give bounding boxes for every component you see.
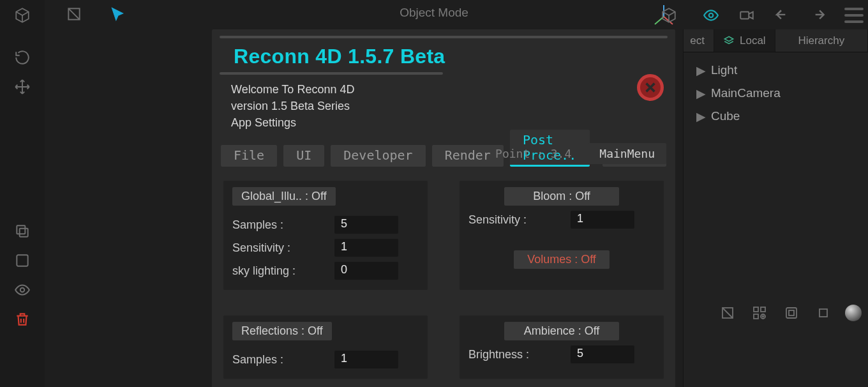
ambience-toggle[interactable]: Ambience : Off [504,322,619,340]
hierarchy-item-cube[interactable]: ▶Cube [696,105,868,128]
modal-title: Reconn 4D 1.5.7 Beta [234,45,668,68]
global-illumination-toggle[interactable]: Global_Illu.. : Off [232,187,336,206]
rect-icon[interactable] [12,250,33,271]
gi-sky-value[interactable]: 0 [334,262,398,280]
tab-local[interactable]: Local [714,29,775,52]
wire-cube-icon[interactable] [659,5,679,26]
hierarchy-item-light[interactable]: ▶Light [696,59,868,82]
viewport-shading-icons [717,303,862,323]
reflections-samples-value[interactable]: 1 [334,351,398,368]
copy-icon[interactable] [12,221,33,241]
reflections-toggle[interactable]: Reflections : Off [232,322,332,340]
tab-file[interactable]: File [221,145,277,167]
welcome-line: App Settings [231,114,668,131]
camera-icon[interactable] [737,5,757,26]
sphere-icon[interactable] [845,305,862,321]
undo-icon[interactable] [772,5,793,26]
bloom-sensitivity-value[interactable]: 1 [571,211,634,229]
trash-icon[interactable] [12,309,33,330]
welcome-text: Welcome To Reconn 4D version 1.5 Beta Se… [231,81,668,131]
welcome-line: Welcome To Reconn 4D [231,81,668,98]
tab-ui[interactable]: UI [283,145,324,167]
hierarchy-item-maincamera[interactable]: ▶MainCamera [696,82,868,105]
gi-sensitivity-label: Sensitivity : [232,241,334,255]
tab-object-truncated[interactable]: ect [684,29,714,52]
box-icon[interactable] [781,303,802,323]
global-illumination-panel: Global_Illu.. : Off Samples : 5 Sensitiv… [223,181,428,290]
ambience-brightness-value[interactable]: 5 [571,345,634,363]
select-cursor-icon[interactable] [107,4,128,24]
svg-rect-1 [17,225,25,234]
svg-rect-12 [761,307,765,312]
shade-flat-icon[interactable] [717,303,738,323]
visibility-icon[interactable] [701,5,721,26]
hierarchy-item-label: Cube [711,109,740,123]
svg-rect-2 [17,255,27,266]
point-label: Point : 3.4 [495,147,571,160]
svg-rect-17 [819,309,827,317]
svg-rect-13 [754,314,758,319]
menu-icon[interactable] [844,5,864,26]
welcome-line: version 1.5 Beta Series [231,98,668,114]
move-icon[interactable] [12,77,33,97]
tab-local-label: Local [740,34,766,47]
ambience-brightness-label: Brightness : [468,348,571,361]
cube-icon[interactable] [12,5,33,26]
gi-sensitivity-value[interactable]: 1 [334,239,398,257]
top-toolbar [45,0,683,28]
tab-render[interactable]: Render [432,145,504,167]
svg-rect-9 [740,12,749,19]
gi-samples-value[interactable]: 5 [334,216,398,234]
svg-rect-16 [789,310,794,315]
bloom-sensitivity-label: Sensitivity : [468,213,571,227]
hierarchy-item-label: MainCamera [711,86,781,100]
modal-handle-top[interactable] [220,36,668,38]
bloom-panel: Bloom : Off Sensitivity : 1 Volumes : Of… [460,181,664,290]
svg-point-8 [709,13,714,18]
material-icon[interactable] [64,4,84,24]
main-menu-button[interactable]: MainMenu [588,143,666,164]
right-panel: ect Local Hierarchy ▶Light ▶MainCamera ▶… [683,29,868,387]
eye-icon[interactable] [12,280,33,300]
modal-divider [220,72,443,75]
gi-samples-label: Samples : [232,218,334,232]
volumes-toggle[interactable]: Volumes : Off [514,250,610,269]
settings-modal: Reconn 4D 1.5.7 Beta Welcome To Reconn 4… [212,29,675,387]
svg-rect-0 [20,229,28,237]
ambience-panel: Ambience : Off Brightness : 5 [460,315,664,379]
redo-icon[interactable] [808,5,828,26]
tab-hierarchy[interactable]: Hierarchy [775,29,868,52]
grid-add-icon[interactable] [749,303,770,323]
svg-rect-11 [754,307,758,312]
right-panel-tabs: ect Local Hierarchy [684,29,868,52]
hierarchy-list: ▶Light ▶MainCamera ▶Cube [684,52,868,128]
tab-developer[interactable]: Developer [331,145,425,167]
top-right-icons [659,3,864,28]
reflections-panel: Reflections : Off Samples : 1 [223,315,428,379]
reflections-samples-label: Samples : [232,353,334,367]
svg-point-3 [20,288,25,292]
hierarchy-item-label: Light [711,63,737,77]
rotate-icon[interactable] [12,47,33,68]
left-toolbar [0,0,45,387]
gi-sky-label: sky lighting : [232,264,334,278]
bloom-toggle[interactable]: Bloom : Off [504,187,619,206]
close-button[interactable] [637,74,664,101]
svg-rect-15 [786,308,797,318]
small-box-icon[interactable] [813,303,834,323]
